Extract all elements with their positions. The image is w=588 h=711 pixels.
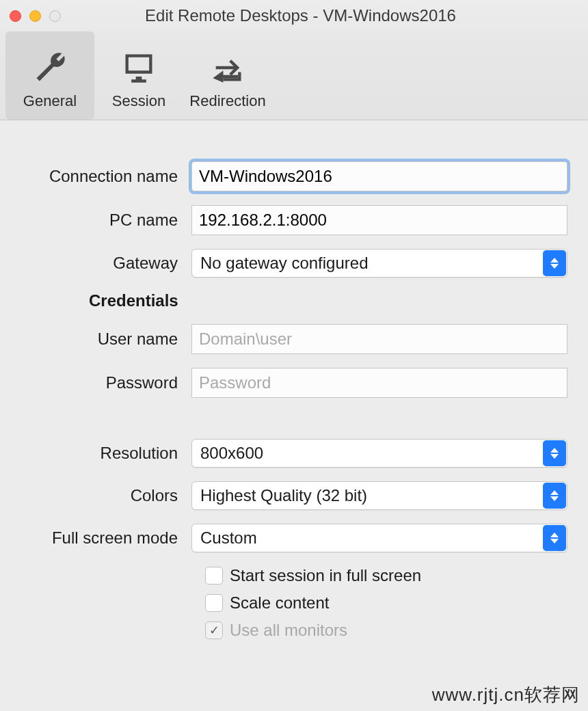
- password-label: Password: [21, 373, 191, 392]
- password-input[interactable]: [191, 368, 567, 398]
- watermark-text: www.rjtj.cn软荐网: [432, 683, 580, 707]
- traffic-lights: [10, 10, 61, 22]
- resolution-select[interactable]: 800x600: [191, 439, 567, 468]
- connection-name-input[interactable]: [191, 161, 567, 191]
- full-screen-mode-value: Custom: [200, 528, 257, 548]
- colors-label: Colors: [21, 486, 191, 505]
- close-window-button[interactable]: [10, 10, 21, 22]
- chevron-updown-icon: [543, 483, 566, 509]
- redirection-icon: [210, 50, 245, 85]
- scale-content-label: Scale content: [230, 593, 329, 613]
- gateway-label: Gateway: [21, 254, 191, 273]
- start-full-screen-label: Start session in full screen: [230, 566, 421, 585]
- minimize-window-button[interactable]: [29, 10, 41, 22]
- general-form: Connection name PC name Gateway No gatew…: [0, 120, 588, 640]
- start-full-screen-row[interactable]: Start session in full screen: [205, 566, 567, 585]
- start-full-screen-checkbox[interactable]: [205, 567, 223, 585]
- monitor-icon: [121, 50, 157, 85]
- colors-select[interactable]: Highest Quality (32 bit): [191, 481, 567, 510]
- pc-name-label: PC name: [21, 211, 191, 230]
- pc-name-input[interactable]: [191, 205, 567, 235]
- user-name-input[interactable]: [191, 324, 567, 354]
- tab-session-label: Session: [112, 92, 165, 110]
- resolution-label: Resolution: [21, 444, 191, 463]
- use-all-monitors-row: ✓ Use all monitors: [205, 621, 567, 640]
- scale-content-checkbox[interactable]: [205, 594, 223, 612]
- credentials-heading: Credentials: [21, 291, 567, 310]
- tab-redirection-label: Redirection: [189, 92, 265, 110]
- colors-value: Highest Quality (32 bit): [200, 486, 367, 505]
- use-all-monitors-checkbox: ✓: [205, 621, 223, 639]
- tab-general-label: General: [23, 92, 77, 110]
- gateway-value: No gateway configured: [200, 254, 368, 273]
- user-name-label: User name: [21, 330, 191, 349]
- connection-name-label: Connection name: [21, 167, 191, 186]
- tab-session[interactable]: Session: [94, 31, 183, 120]
- toolbar: General Session Redirection: [0, 31, 588, 120]
- use-all-monitors-label: Use all monitors: [230, 621, 347, 640]
- gateway-select[interactable]: No gateway configured: [191, 249, 567, 278]
- titlebar: Edit Remote Desktops - VM-Windows2016: [0, 0, 588, 31]
- resolution-value: 800x600: [200, 444, 263, 463]
- full-screen-mode-label: Full screen mode: [21, 528, 191, 548]
- scale-content-row[interactable]: Scale content: [205, 593, 567, 613]
- window-title: Edit Remote Desktops - VM-Windows2016: [61, 6, 540, 25]
- full-screen-mode-select[interactable]: Custom: [191, 524, 567, 552]
- maximize-window-button[interactable]: [49, 10, 61, 22]
- tab-general[interactable]: General: [5, 31, 94, 120]
- chevron-updown-icon: [543, 525, 566, 551]
- tab-redirection[interactable]: Redirection: [183, 31, 272, 120]
- chevron-updown-icon: [543, 250, 566, 276]
- wrench-icon: [32, 50, 68, 85]
- chevron-updown-icon: [543, 440, 566, 466]
